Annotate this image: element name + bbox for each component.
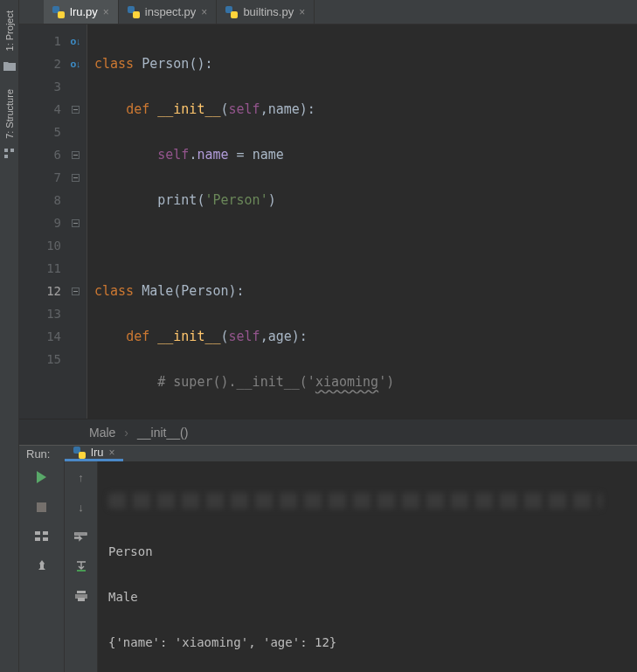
svg-rect-1 <box>10 149 14 152</box>
run-tool-window: Run: lru × ↑ ↓ Person Male {'name': <box>19 445 637 672</box>
output-line: Male <box>108 585 637 608</box>
tab-label: builtins.py <box>243 5 294 18</box>
up-button[interactable]: ↑ <box>73 468 90 486</box>
line-number-gutter: 1 2 3 4 5 6 7 8 9 10 11 12 13 14 15 <box>19 24 65 419</box>
close-icon[interactable]: × <box>108 447 114 458</box>
code-editor[interactable]: 1 2 3 4 5 6 7 8 9 10 11 12 13 14 15 o↓ o… <box>19 24 637 419</box>
down-button[interactable]: ↓ <box>73 498 90 516</box>
scroll-to-end-button[interactable] <box>73 558 90 575</box>
close-icon[interactable]: × <box>103 7 109 17</box>
gutter-icons: o↓ o↓ <box>65 24 87 419</box>
svg-rect-5 <box>35 537 40 541</box>
run-tab-label: lru <box>91 446 103 459</box>
folder-icon <box>3 59 16 72</box>
editor-tabbar: lru.py × inspect.py × builtins.py × <box>19 0 637 24</box>
close-icon[interactable]: × <box>299 7 305 17</box>
editor-tab-builtins[interactable]: builtins.py × <box>217 0 315 24</box>
structure-icon <box>3 148 16 160</box>
project-tool-button[interactable]: 1: Project <box>3 3 17 58</box>
console-output[interactable]: Person Male {'name': 'xiaoming', 'age': … <box>98 461 637 672</box>
breadcrumb-function[interactable]: __init__() <box>137 426 188 440</box>
layout-button[interactable] <box>33 528 51 545</box>
command-line-blurred <box>108 493 602 509</box>
run-toolbar-primary <box>19 461 65 672</box>
python-file-icon <box>128 6 140 18</box>
pin-button[interactable] <box>33 558 51 575</box>
fold-toggle-icon[interactable] <box>72 219 80 227</box>
svg-rect-0 <box>4 149 8 152</box>
editor-tab-lru[interactable]: lru.py × <box>44 0 119 24</box>
print-button[interactable] <box>73 587 90 605</box>
svg-rect-7 <box>77 570 86 572</box>
output-line: {'name': 'xiaoming', 'age': 12} <box>108 631 637 654</box>
overrides-icon[interactable]: o↓ <box>70 36 80 46</box>
rerun-button[interactable] <box>33 468 51 486</box>
run-tabbar: Run: lru × <box>19 446 637 461</box>
tool-window-bar-left: 1: Project 7: Structure <box>0 0 19 672</box>
run-panel-label: Run: <box>19 446 65 461</box>
python-run-icon <box>73 447 86 459</box>
project-tool-label: 1: Project <box>4 10 15 51</box>
run-toolbar-secondary: ↑ ↓ <box>65 461 98 672</box>
tab-label: lru.py <box>70 5 98 18</box>
play-icon <box>37 471 46 483</box>
close-icon[interactable]: × <box>201 7 207 17</box>
stop-icon <box>37 502 46 512</box>
python-file-icon <box>225 6 238 18</box>
structure-tool-label: 7: Structure <box>4 89 15 139</box>
editor-tab-inspect[interactable]: inspect.py × <box>119 0 218 24</box>
output-line: Person <box>108 540 637 563</box>
svg-rect-8 <box>77 591 86 593</box>
tab-label: inspect.py <box>145 5 197 18</box>
svg-rect-6 <box>43 537 48 541</box>
svg-rect-4 <box>43 531 48 535</box>
breadcrumb[interactable]: Male › __init__() <box>19 419 637 445</box>
svg-rect-3 <box>35 531 40 535</box>
overrides-icon[interactable]: o↓ <box>70 59 80 69</box>
soft-wrap-button[interactable] <box>73 528 90 545</box>
python-file-icon <box>52 6 65 18</box>
fold-toggle-icon[interactable] <box>72 174 80 182</box>
svg-rect-10 <box>78 598 85 601</box>
code-text-area[interactable]: class Person(): def __init__(self,name):… <box>87 24 637 419</box>
fold-toggle-icon[interactable] <box>72 151 80 159</box>
run-config-tab[interactable]: lru × <box>65 446 123 461</box>
stop-button[interactable] <box>33 498 51 516</box>
breadcrumb-class[interactable]: Male <box>89 426 115 440</box>
chevron-right-icon: › <box>124 426 128 440</box>
fold-toggle-icon[interactable] <box>72 288 80 295</box>
svg-rect-2 <box>4 155 8 158</box>
structure-tool-button[interactable]: 7: Structure <box>3 82 17 146</box>
fold-toggle-icon[interactable] <box>72 106 80 114</box>
